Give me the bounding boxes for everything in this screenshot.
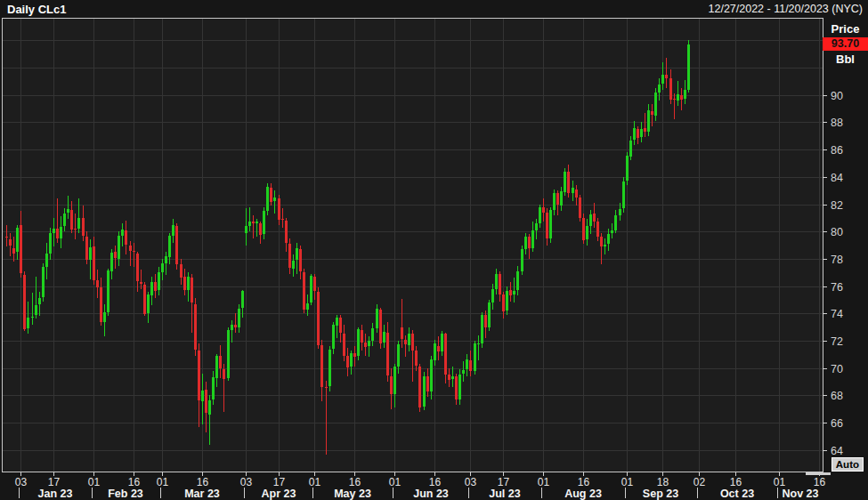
svg-text:01: 01: [157, 476, 169, 488]
svg-text:Jun 23: Jun 23: [413, 488, 449, 500]
svg-text:88: 88: [831, 117, 843, 129]
candle: [194, 298, 197, 355]
svg-text:80: 80: [831, 226, 843, 238]
candle: [622, 177, 625, 213]
svg-text:Oct 23: Oct 23: [720, 488, 754, 500]
candle: [143, 282, 146, 316]
svg-text:03: 03: [465, 476, 477, 488]
date-range-label: 12/27/2022 - 11/20/2023 (NYC): [709, 3, 864, 15]
svg-text:90: 90: [831, 90, 843, 102]
candle: [357, 327, 360, 360]
candle: [481, 312, 483, 348]
svg-text:18: 18: [657, 476, 669, 488]
candle: [423, 372, 426, 410]
svg-text:03: 03: [240, 476, 253, 488]
axis-corner-bar: [806, 472, 831, 475]
chart-window: 6466687072747678808284868890031701160116…: [0, 0, 868, 500]
svg-text:16: 16: [197, 476, 209, 488]
candle: [310, 274, 312, 305]
candle: [379, 308, 382, 349]
svg-text:Nov 23: Nov 23: [783, 488, 819, 500]
candle: [303, 269, 305, 314]
svg-text:82: 82: [831, 199, 843, 212]
svg-text:01: 01: [774, 476, 786, 488]
candle: [418, 364, 421, 412]
svg-text:Aug 23: Aug 23: [564, 488, 602, 500]
svg-text:17: 17: [273, 476, 286, 488]
svg-text:02: 02: [694, 476, 706, 488]
svg-text:68: 68: [831, 390, 843, 402]
svg-text:84: 84: [831, 172, 843, 184]
svg-text:16: 16: [814, 476, 826, 488]
chart-title: Daily CLc1: [7, 3, 66, 16]
svg-text:74: 74: [831, 308, 843, 320]
svg-text:01: 01: [309, 476, 321, 488]
svg-text:72: 72: [831, 335, 843, 348]
svg-text:Jul 23: Jul 23: [489, 488, 520, 500]
svg-text:Feb 23: Feb 23: [108, 488, 143, 500]
svg-text:70: 70: [831, 363, 843, 375]
svg-text:17: 17: [48, 476, 61, 488]
candle: [329, 346, 331, 391]
svg-text:01: 01: [538, 476, 550, 488]
svg-text:16: 16: [349, 476, 361, 488]
candle: [278, 195, 280, 225]
svg-text:16: 16: [429, 476, 442, 488]
svg-text:May 23: May 23: [334, 488, 371, 500]
candle: [582, 214, 585, 244]
svg-text:03: 03: [15, 476, 28, 488]
svg-text:01: 01: [88, 476, 101, 488]
svg-text:17: 17: [498, 476, 510, 488]
svg-text:76: 76: [831, 281, 843, 294]
candle: [266, 183, 269, 214]
candle: [317, 287, 320, 349]
candle: [474, 341, 476, 375]
candle: [549, 207, 552, 243]
svg-text:86: 86: [831, 144, 843, 157]
price-axis-caption: Price: [823, 22, 868, 36]
candle: [564, 168, 566, 196]
svg-text:78: 78: [831, 254, 843, 266]
svg-text:16: 16: [128, 476, 141, 488]
candle: [42, 263, 45, 302]
candle: [175, 223, 178, 270]
unit-caption: Bbl: [823, 52, 868, 66]
candle: [227, 327, 230, 381]
candle: [687, 40, 690, 92]
svg-text:66: 66: [831, 417, 843, 430]
svg-text:Sep 23: Sep 23: [643, 488, 678, 500]
candlestick-chart[interactable]: 6466687072747678808284868890031701160116…: [0, 0, 868, 500]
svg-text:01: 01: [621, 476, 634, 488]
svg-text:Apr 23: Apr 23: [262, 488, 296, 500]
candle: [488, 300, 491, 331]
candle: [23, 271, 26, 332]
last-price-badge: 93.70: [823, 37, 868, 51]
candle: [107, 269, 110, 317]
candle: [579, 195, 581, 222]
y-axis[interactable]: 6466687072747678808284868890: [823, 90, 843, 457]
auto-scale-button[interactable]: Auto: [831, 457, 864, 472]
candle: [521, 246, 523, 276]
svg-text:01: 01: [389, 476, 402, 488]
candle: [626, 152, 629, 185]
x-axis[interactable]: 0317011601160317011601160317011601180216…: [15, 472, 826, 500]
svg-text:16: 16: [578, 476, 590, 488]
svg-text:64: 64: [831, 445, 843, 457]
svg-text:Jan 23: Jan 23: [38, 488, 73, 500]
svg-text:16: 16: [730, 476, 742, 488]
svg-text:Mar 23: Mar 23: [184, 488, 220, 500]
